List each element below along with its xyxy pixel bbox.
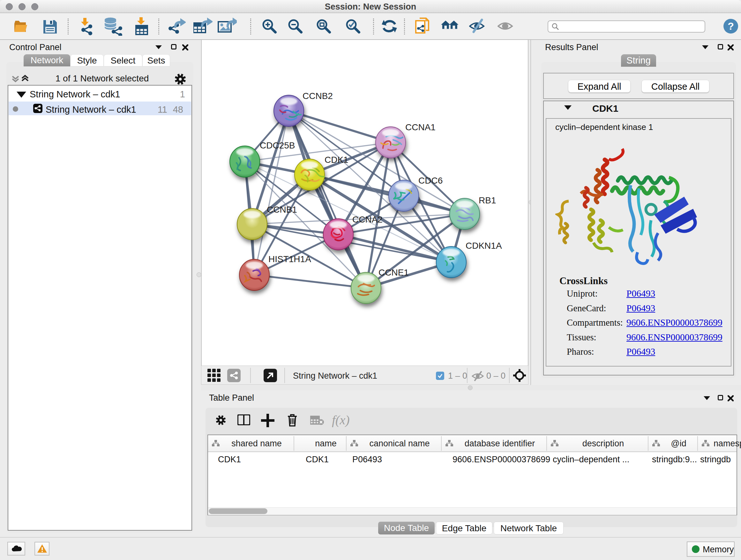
- svg-text:CDK1: CDK1: [325, 155, 348, 165]
- svg-text:CDC6: CDC6: [418, 176, 443, 186]
- svg-text:HIST1H1A: HIST1H1A: [268, 254, 311, 264]
- svg-text:CDKN1A: CDKN1A: [466, 241, 502, 251]
- svg-text:CCNB2: CCNB2: [302, 91, 333, 101]
- svg-text:CDC25B: CDC25B: [260, 140, 295, 150]
- svg-text:CCNB1: CCNB1: [267, 205, 297, 214]
- svg-text:CCNA2: CCNA2: [352, 214, 383, 225]
- svg-text:RB1: RB1: [479, 195, 496, 205]
- svg-text:CCNE1: CCNE1: [379, 267, 409, 277]
- svg-text:CCNA1: CCNA1: [405, 122, 435, 132]
